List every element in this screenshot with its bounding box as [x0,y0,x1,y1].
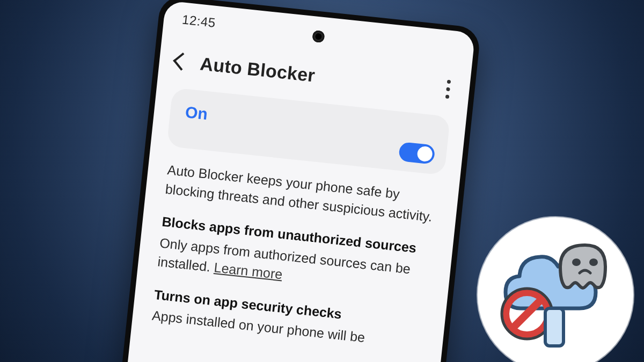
status-bar-time: 12:45 [181,12,216,30]
svg-point-0 [572,258,581,266]
promo-stage: 12:45 Auto Blocker On Auto Blocker keeps… [0,0,644,362]
learn-more-link[interactable]: Learn more [214,260,283,282]
back-icon[interactable] [173,53,191,71]
more-options-icon[interactable] [445,80,451,99]
svg-rect-5 [545,308,564,346]
page-title: Auto Blocker [199,50,316,88]
malware-badge [478,217,633,362]
master-toggle-card[interactable]: On [166,88,450,176]
malware-cloud-blocked-icon [494,233,617,357]
phone-frame: 12:45 Auto Blocker On Auto Blocker keeps… [94,0,481,362]
toggle-state-label: On [184,101,434,150]
master-toggle-switch[interactable] [398,142,435,165]
settings-content: Auto Blocker On Auto Blocker keeps your … [132,47,471,356]
phone-screen: 12:45 Auto Blocker On Auto Blocker keeps… [100,1,475,362]
svg-point-1 [589,258,598,266]
front-camera-cutout [312,30,325,43]
